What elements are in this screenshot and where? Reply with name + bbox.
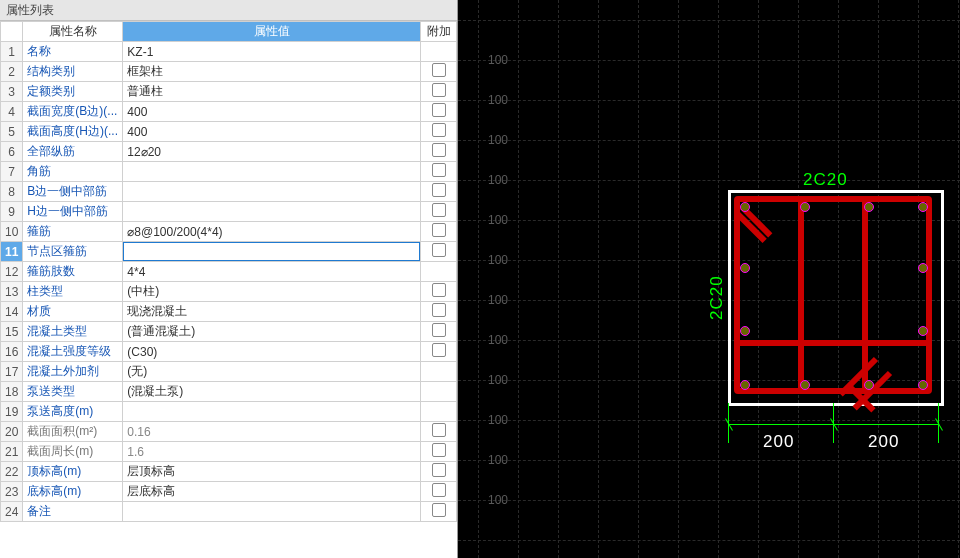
row-number[interactable]: 6 (1, 142, 23, 162)
row-number[interactable]: 8 (1, 182, 23, 202)
checkbox-icon[interactable] (432, 183, 446, 197)
checkbox-icon[interactable] (432, 163, 446, 177)
row-number[interactable]: 2 (1, 62, 23, 82)
prop-extra[interactable] (421, 462, 457, 482)
prop-value[interactable]: 1.6 (123, 442, 421, 462)
prop-value[interactable] (123, 402, 421, 422)
prop-value[interactable] (123, 182, 421, 202)
checkbox-icon[interactable] (432, 103, 446, 117)
header-rownum[interactable] (1, 22, 23, 42)
prop-extra[interactable] (421, 362, 457, 382)
row-number[interactable]: 21 (1, 442, 23, 462)
prop-extra[interactable] (421, 382, 457, 402)
row-number[interactable]: 23 (1, 482, 23, 502)
row-number[interactable]: 1 (1, 42, 23, 62)
row-number[interactable]: 22 (1, 462, 23, 482)
table-row[interactable]: 11节点区箍筋 (1, 242, 457, 262)
prop-value[interactable]: 层底标高 (123, 482, 421, 502)
checkbox-icon[interactable] (432, 303, 446, 317)
checkbox-icon[interactable] (432, 223, 446, 237)
prop-extra[interactable] (421, 282, 457, 302)
row-number[interactable]: 18 (1, 382, 23, 402)
table-row[interactable]: 19泵送高度(m) (1, 402, 457, 422)
prop-extra[interactable] (421, 122, 457, 142)
prop-value[interactable]: 12⌀20 (123, 142, 421, 162)
prop-value[interactable]: 普通柱 (123, 82, 421, 102)
prop-value[interactable]: 0.16 (123, 422, 421, 442)
row-number[interactable]: 24 (1, 502, 23, 522)
row-number[interactable]: 10 (1, 222, 23, 242)
header-extra[interactable]: 附加 (421, 22, 457, 42)
checkbox-icon[interactable] (432, 343, 446, 357)
table-row[interactable]: 18泵送类型(混凝土泵) (1, 382, 457, 402)
header-name[interactable]: 属性名称 (23, 22, 123, 42)
checkbox-icon[interactable] (432, 323, 446, 337)
table-row[interactable]: 5截面高度(H边)(...400 (1, 122, 457, 142)
table-row[interactable]: 14材质现浇混凝土 (1, 302, 457, 322)
header-value[interactable]: 属性值 (123, 22, 421, 42)
prop-value[interactable] (123, 162, 421, 182)
row-number[interactable]: 11 (1, 242, 23, 262)
checkbox-icon[interactable] (432, 143, 446, 157)
row-number[interactable]: 19 (1, 402, 23, 422)
table-row[interactable]: 2结构类别框架柱 (1, 62, 457, 82)
row-number[interactable]: 17 (1, 362, 23, 382)
row-number[interactable]: 13 (1, 282, 23, 302)
checkbox-icon[interactable] (432, 83, 446, 97)
row-number[interactable]: 5 (1, 122, 23, 142)
row-number[interactable]: 3 (1, 82, 23, 102)
table-row[interactable]: 8B边一侧中部筋 (1, 182, 457, 202)
table-row[interactable]: 7角筋 (1, 162, 457, 182)
row-number[interactable]: 4 (1, 102, 23, 122)
table-row[interactable]: 3定额类别普通柱 (1, 82, 457, 102)
checkbox-icon[interactable] (432, 283, 446, 297)
checkbox-icon[interactable] (432, 203, 446, 217)
table-row[interactable]: 24备注 (1, 502, 457, 522)
table-row[interactable]: 1名称KZ-1 (1, 42, 457, 62)
prop-extra[interactable] (421, 342, 457, 362)
prop-extra[interactable] (421, 482, 457, 502)
table-row[interactable]: 22顶标高(m)层顶标高 (1, 462, 457, 482)
prop-extra[interactable] (421, 102, 457, 122)
checkbox-icon[interactable] (432, 123, 446, 137)
prop-value[interactable]: (无) (123, 362, 421, 382)
table-row[interactable]: 4截面宽度(B边)(...400 (1, 102, 457, 122)
prop-extra[interactable] (421, 182, 457, 202)
prop-extra[interactable] (421, 322, 457, 342)
prop-extra[interactable] (421, 402, 457, 422)
row-number[interactable]: 20 (1, 422, 23, 442)
checkbox-icon[interactable] (432, 423, 446, 437)
table-row[interactable]: 21截面周长(m)1.6 (1, 442, 457, 462)
prop-extra[interactable] (421, 442, 457, 462)
prop-extra[interactable] (421, 422, 457, 442)
prop-value[interactable]: 400 (123, 122, 421, 142)
prop-value[interactable] (123, 242, 421, 262)
row-number[interactable]: 9 (1, 202, 23, 222)
row-number[interactable]: 14 (1, 302, 23, 322)
checkbox-icon[interactable] (432, 503, 446, 517)
table-row[interactable]: 10箍筋⌀8@100/200(4*4) (1, 222, 457, 242)
prop-extra[interactable] (421, 62, 457, 82)
prop-value[interactable]: 400 (123, 102, 421, 122)
row-number[interactable]: 7 (1, 162, 23, 182)
prop-value[interactable]: (中柱) (123, 282, 421, 302)
prop-edit-input[interactable] (123, 242, 420, 261)
table-row[interactable]: 16混凝土强度等级(C30) (1, 342, 457, 362)
prop-extra[interactable] (421, 502, 457, 522)
prop-value[interactable] (123, 502, 421, 522)
checkbox-icon[interactable] (432, 243, 446, 257)
table-row[interactable]: 12箍筋肢数4*4 (1, 262, 457, 282)
prop-extra[interactable] (421, 82, 457, 102)
table-row[interactable]: 13柱类型(中柱) (1, 282, 457, 302)
prop-value[interactable]: 4*4 (123, 262, 421, 282)
prop-extra[interactable] (421, 222, 457, 242)
prop-value[interactable] (123, 202, 421, 222)
checkbox-icon[interactable] (432, 483, 446, 497)
prop-value[interactable]: 现浇混凝土 (123, 302, 421, 322)
prop-value[interactable]: 层顶标高 (123, 462, 421, 482)
row-number[interactable]: 15 (1, 322, 23, 342)
prop-extra[interactable] (421, 202, 457, 222)
table-row[interactable]: 23底标高(m)层底标高 (1, 482, 457, 502)
prop-value[interactable]: KZ-1 (123, 42, 421, 62)
checkbox-icon[interactable] (432, 63, 446, 77)
